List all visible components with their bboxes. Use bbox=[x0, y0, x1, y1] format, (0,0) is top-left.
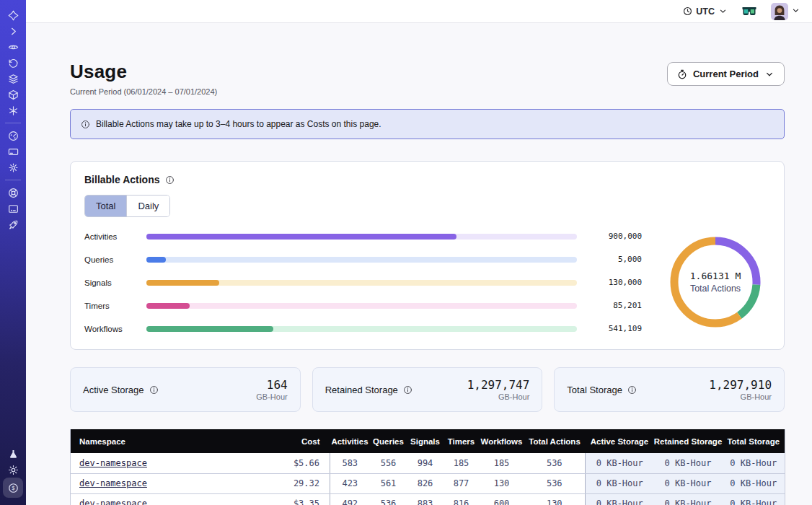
feedback-glasses-button[interactable] bbox=[742, 6, 756, 16]
namespace-link[interactable]: dev-namespace bbox=[79, 478, 147, 488]
table-row: dev-namespace$5.665835569941851855360 KB… bbox=[71, 453, 785, 473]
total-actions-donut: 1.66131 M Total Actions bbox=[661, 234, 770, 330]
storage-card-value: 164 bbox=[256, 378, 287, 392]
svg-text:$: $ bbox=[12, 485, 15, 491]
timezone-selector[interactable]: UTC bbox=[683, 6, 728, 17]
bar-value: 130,000 bbox=[587, 278, 642, 287]
sidebar-item-asterisk[interactable] bbox=[4, 102, 22, 118]
sidebar-item-rocket[interactable] bbox=[4, 216, 22, 232]
bar-fill bbox=[146, 326, 273, 332]
table-row: dev-namespace29.324235618268771305360 KB… bbox=[71, 473, 785, 493]
sidebar-item-chevron-right[interactable] bbox=[4, 23, 22, 39]
temporal-logo-icon bbox=[8, 10, 19, 21]
bar-row-workflows: Workflows 541,109 bbox=[84, 324, 642, 333]
cube-icon bbox=[8, 89, 19, 100]
sidebar-item-history[interactable] bbox=[4, 55, 22, 71]
table-header: NamespaceCostActivitiesQueriesSignalsTim… bbox=[71, 429, 785, 453]
tab-total[interactable]: Total bbox=[85, 196, 126, 216]
table-cell: 877 bbox=[443, 473, 480, 493]
sidebar-divider bbox=[5, 180, 21, 180]
column-header: Timers bbox=[443, 429, 480, 453]
column-header: Activities bbox=[330, 429, 370, 453]
period-selector-button[interactable]: Current Period bbox=[667, 62, 785, 86]
info-icon[interactable] bbox=[627, 385, 637, 395]
sidebar-item-dollar-coin[interactable]: $ bbox=[3, 478, 23, 498]
sidebar-item-namespaces-eye[interactable] bbox=[4, 39, 22, 55]
storage-card-label: Active Storage bbox=[83, 385, 144, 395]
bar-label: Timers bbox=[84, 302, 136, 310]
column-header: Signals bbox=[407, 429, 443, 453]
table-cell: 583 bbox=[330, 453, 370, 473]
column-header: Retained Storage bbox=[654, 429, 723, 453]
main-content: Usage Current Period (06/01/2024 – 07/01… bbox=[26, 23, 812, 505]
credit-card-icon bbox=[8, 146, 19, 157]
sidebar-item-credit-card[interactable] bbox=[4, 144, 22, 159]
sidebar-item-gear[interactable] bbox=[4, 159, 22, 175]
chevron-right-icon bbox=[8, 26, 19, 37]
sidebar-item-layers[interactable] bbox=[4, 71, 22, 87]
bar-label: Workflows bbox=[84, 325, 136, 333]
column-header: Total Storage bbox=[723, 429, 785, 453]
namespace-cell: dev-namespace bbox=[71, 453, 251, 473]
namespace-link[interactable]: dev-namespace bbox=[79, 458, 147, 468]
bar-track bbox=[146, 303, 577, 309]
bar-label: Queries bbox=[84, 255, 136, 264]
info-icon[interactable] bbox=[149, 385, 159, 395]
storage-card-active-storage: Active Storage 164 GB-Hour bbox=[70, 367, 301, 412]
namespace-link[interactable]: dev-namespace bbox=[79, 499, 147, 505]
bar-value: 541,109 bbox=[587, 324, 642, 333]
bar-track bbox=[146, 326, 577, 332]
table-cell: 883 bbox=[407, 493, 443, 505]
storage-card-label: Retained Storage bbox=[325, 385, 398, 395]
table-cell: 816 bbox=[443, 493, 480, 505]
sidebar-item-flask[interactable] bbox=[4, 446, 22, 462]
table-cell: 0 KB-Hour bbox=[586, 493, 654, 505]
namespace-cell: dev-namespace bbox=[71, 473, 251, 493]
table-cell: $5.66 bbox=[251, 453, 330, 473]
table-cell: 556 bbox=[370, 453, 407, 473]
storage-summary-row: Active Storage 164 GB-Hour Retained Stor… bbox=[70, 367, 785, 412]
avatar bbox=[771, 3, 788, 20]
bar-label: Signals bbox=[84, 278, 136, 287]
billable-actions-card: Billable Actions Total Daily Activities … bbox=[70, 161, 785, 350]
bar-row-queries: Queries 5,000 bbox=[84, 255, 642, 264]
billable-bar-chart: Activities 900,000 Queries 5,000 Signals… bbox=[84, 227, 642, 336]
bar-fill bbox=[146, 303, 190, 309]
table-cell: 0 KB-Hour bbox=[723, 473, 785, 493]
table-cell: 0 KB-Hour bbox=[586, 453, 654, 473]
bar-fill bbox=[146, 234, 456, 240]
table-cell: 0 KB-Hour bbox=[723, 453, 785, 473]
info-icon[interactable] bbox=[165, 175, 175, 185]
table-cell: 600 bbox=[480, 493, 524, 505]
glasses-icon bbox=[742, 6, 756, 16]
period-button-label: Current Period bbox=[693, 69, 759, 79]
clock-icon bbox=[683, 6, 692, 16]
asterisk-icon bbox=[8, 105, 19, 116]
bar-value: 85,201 bbox=[587, 301, 642, 310]
lifebuoy-icon bbox=[8, 188, 19, 198]
bar-track bbox=[146, 234, 577, 240]
bar-value: 900,000 bbox=[587, 232, 642, 241]
page-header: Usage Current Period (06/01/2024 – 07/01… bbox=[70, 61, 785, 96]
sidebar-item-gauge[interactable] bbox=[4, 128, 22, 144]
sidebar-item-lifebuoy[interactable] bbox=[4, 185, 22, 201]
table-cell: 0 KB-Hour bbox=[586, 473, 654, 493]
gear-icon bbox=[8, 162, 19, 173]
dollar-coin-icon: $ bbox=[8, 483, 19, 493]
table-cell: 130 bbox=[480, 473, 524, 493]
chevron-down-icon bbox=[791, 6, 800, 15]
sidebar-item-monitor[interactable] bbox=[4, 201, 22, 216]
info-icon[interactable] bbox=[403, 385, 412, 395]
sidebar-item-sun[interactable] bbox=[4, 462, 22, 478]
user-menu-chevron bbox=[791, 5, 800, 18]
tab-daily[interactable]: Daily bbox=[126, 196, 169, 216]
column-header: Active Storage bbox=[586, 429, 654, 453]
table-cell: 0 KB-Hour bbox=[654, 473, 723, 493]
user-menu[interactable] bbox=[771, 3, 800, 20]
layers-icon bbox=[8, 74, 19, 84]
sidebar-item-cube[interactable] bbox=[4, 87, 22, 102]
sidebar: $ bbox=[0, 0, 26, 505]
sidebar-item-temporal-logo[interactable] bbox=[4, 7, 22, 23]
bar-fill bbox=[146, 257, 166, 263]
table-cell: 994 bbox=[407, 453, 443, 473]
